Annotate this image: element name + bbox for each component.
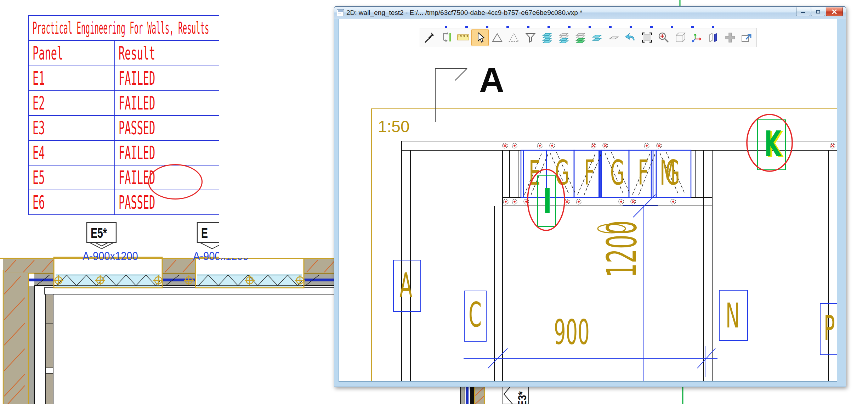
window-tag-1: E5*: [87, 223, 116, 249]
window-tag-2-label: E: [201, 226, 208, 241]
col-header-panel: Panel: [33, 43, 63, 64]
layers-stack-cyan-icon[interactable]: [539, 29, 555, 46]
pan-view-icon[interactable]: [438, 29, 455, 46]
layers-pair-icon[interactable]: [589, 29, 605, 46]
pin-icon[interactable]: [421, 29, 438, 46]
member-a-label: A: [399, 266, 412, 305]
member-n-label: N: [726, 296, 739, 336]
scale-label: 1:50: [378, 117, 410, 136]
zoom-window-icon[interactable]: [639, 29, 655, 46]
polygon-icon[interactable]: [489, 29, 505, 46]
polygon-dashed-icon[interactable]: [505, 29, 522, 46]
export-view-icon[interactable]: [738, 29, 755, 46]
svg-text:F: F: [584, 153, 595, 193]
layers-stack-mixed-icon[interactable]: [555, 29, 572, 46]
compare-panels-icon[interactable]: [705, 29, 722, 46]
svg-text:G: G: [665, 153, 680, 193]
cross-icon[interactable]: [722, 29, 738, 46]
section-mark: [435, 68, 467, 122]
svg-text:F: F: [638, 153, 648, 193]
member-p-label: P: [824, 308, 835, 348]
failed-parts-annotation-circle: [148, 164, 203, 200]
plan-vertical-wall: [3, 270, 53, 404]
results-table-title: Practical Engineering For Walls, Results: [33, 18, 209, 38]
window-title: 2D: wall_eng_test2 - E:/... /tmp/63cf750…: [346, 9, 793, 17]
wall-tag-e3-label: E3*: [515, 391, 529, 404]
svg-text:G: G: [610, 153, 625, 193]
dim-height-label: 1200: [598, 220, 646, 277]
undo-icon[interactable]: [622, 29, 639, 46]
member-k-label: K: [764, 123, 782, 165]
minimize-button[interactable]: [796, 7, 810, 16]
layers-stack-green-icon[interactable]: [572, 29, 589, 46]
member-c-label: C: [469, 295, 482, 335]
window-tag-1-label: E5*: [91, 226, 107, 241]
member-k-annotation: K K: [747, 114, 792, 171]
solid-box-icon[interactable]: [672, 29, 688, 46]
window-2d-icon: [337, 9, 344, 16]
elevation-drawing: 1:50 A: [339, 19, 837, 381]
close-button[interactable]: [826, 7, 843, 16]
measure-icon[interactable]: [455, 29, 471, 46]
section-label: A: [479, 60, 504, 99]
layer-flat-icon[interactable]: [605, 29, 622, 46]
desktop: { "results_table": { "title": "Practical…: [0, 0, 868, 404]
white-overlay: [219, 0, 334, 258]
svg-text:E: E: [529, 153, 540, 193]
axes-icon[interactable]: [688, 29, 705, 46]
member-i-label: I: [543, 181, 552, 221]
select-cursor-icon[interactable]: [471, 29, 489, 46]
dim-width-label: 900: [554, 313, 590, 352]
dimensions: 900 1200: [464, 195, 717, 381]
restore-button[interactable]: [811, 7, 825, 16]
filter-icon[interactable]: [522, 29, 539, 46]
window-size-1-label: A-900x1200: [83, 249, 138, 263]
drawing-canvas[interactable]: 1:50 A: [339, 19, 837, 382]
plan-south-wall: [460, 387, 484, 404]
member-letters: A C N P: [399, 266, 835, 348]
col-header-result: Result: [119, 43, 155, 64]
toolbar: [420, 28, 757, 47]
titlebar[interactable]: 2D: wall_eng_test2 - E:/... /tmp/63cf750…: [334, 7, 846, 19]
zoom-in-icon[interactable]: [655, 29, 672, 46]
cad-window: 2D: wall_eng_test2 - E:/... /tmp/63cf750…: [334, 6, 846, 387]
